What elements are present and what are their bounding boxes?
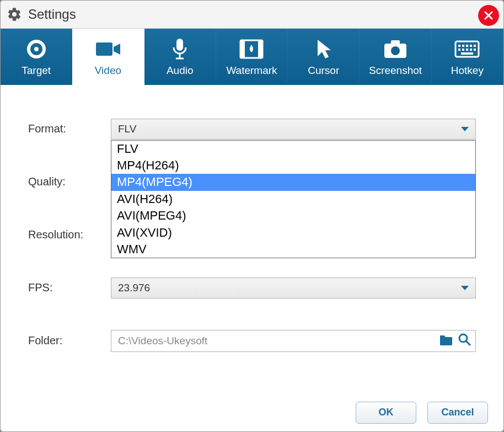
resolution-label: Resolution: (28, 228, 111, 241)
tab-video[interactable]: Video (72, 29, 144, 85)
window-title: Settings (28, 7, 76, 22)
svg-rect-3 (176, 39, 183, 51)
ok-button[interactable]: OK (356, 402, 416, 424)
chevron-down-icon (461, 127, 469, 131)
fps-row: FPS: 23.976 (28, 277, 476, 299)
tab-watermark[interactable]: Watermark (216, 29, 288, 85)
content-panel: Format: FLV Quality: Resolution: FPS: 23… (1, 85, 503, 394)
chevron-down-icon (461, 286, 469, 290)
gear-icon (6, 6, 23, 23)
svg-rect-15 (466, 45, 468, 47)
svg-point-1 (34, 47, 39, 51)
fps-value: 23.976 (118, 282, 150, 294)
svg-rect-13 (458, 45, 460, 47)
svg-rect-17 (474, 45, 476, 47)
tab-label: Video (95, 65, 121, 77)
fps-label: FPS: (28, 281, 111, 294)
svg-rect-20 (466, 49, 468, 51)
fps-combobox[interactable]: 23.976 (111, 278, 476, 298)
open-folder-icon[interactable] (439, 333, 453, 348)
svg-rect-19 (462, 49, 464, 51)
svg-point-11 (391, 46, 400, 55)
tab-label: Audio (167, 65, 194, 77)
tab-label: Watermark (226, 65, 277, 77)
format-option[interactable]: AVI(MPEG4) (111, 207, 475, 224)
folder-row: Folder: C:\Videos-Ukeysoft (28, 330, 476, 352)
svg-rect-14 (462, 45, 464, 47)
camera-icon (383, 37, 408, 61)
format-option[interactable]: WMV (111, 241, 475, 258)
settings-window: Settings Target Video Audio (0, 0, 504, 432)
svg-rect-8 (258, 40, 262, 58)
svg-rect-7 (240, 40, 245, 58)
svg-rect-2 (96, 42, 112, 56)
tab-label: Screenshot (369, 65, 422, 77)
format-combobox[interactable]: FLV (111, 119, 476, 140)
format-option[interactable]: MP4(MPEG4) (111, 174, 475, 190)
svg-rect-10 (391, 40, 400, 45)
quality-label: Quality: (28, 175, 111, 188)
format-option[interactable]: MP4(H264) (111, 157, 475, 174)
tab-screenshot[interactable]: Screenshot (360, 29, 431, 85)
titlebar: Settings (1, 1, 503, 29)
video-camera-icon (95, 37, 121, 61)
cancel-button[interactable]: Cancel (427, 402, 488, 424)
folder-field[interactable]: C:\Videos-Ukeysoft (111, 330, 476, 352)
format-value: FLV (118, 123, 136, 135)
footer: OK Cancel (1, 394, 503, 431)
svg-rect-23 (461, 52, 473, 55)
folder-label: Folder: (28, 334, 111, 347)
folder-value: C:\Videos-Ukeysoft (118, 335, 207, 347)
tab-target[interactable]: Target (1, 29, 72, 85)
watermark-icon (239, 37, 264, 61)
tab-label: Target (22, 65, 51, 77)
format-option[interactable]: FLV (111, 141, 475, 157)
close-icon (483, 10, 494, 21)
format-option[interactable]: AVI(XVID) (111, 225, 475, 241)
svg-rect-18 (458, 49, 460, 51)
tab-hotkey[interactable]: Hotkey (432, 29, 503, 85)
format-label: Format: (28, 122, 111, 135)
close-button[interactable] (478, 5, 499, 26)
svg-line-25 (466, 341, 470, 345)
target-icon (25, 37, 47, 61)
tab-audio[interactable]: Audio (144, 29, 216, 85)
microphone-icon (170, 37, 189, 61)
format-row: Format: FLV (28, 118, 476, 140)
format-option[interactable]: AVI(H264) (111, 191, 475, 207)
tab-cursor[interactable]: Cursor (288, 29, 360, 85)
cursor-icon (314, 37, 333, 61)
tab-label: Hotkey (451, 65, 484, 77)
tab-label: Cursor (308, 65, 339, 77)
tab-bar: Target Video Audio Watermark Cursor (1, 29, 503, 85)
search-icon[interactable] (458, 333, 471, 349)
svg-rect-22 (474, 49, 476, 51)
svg-rect-21 (470, 49, 472, 51)
keyboard-icon (454, 37, 480, 61)
svg-rect-16 (470, 45, 472, 47)
format-dropdown-list[interactable]: FLV MP4(H264) MP4(MPEG4) AVI(H264) AVI(M… (111, 140, 476, 259)
